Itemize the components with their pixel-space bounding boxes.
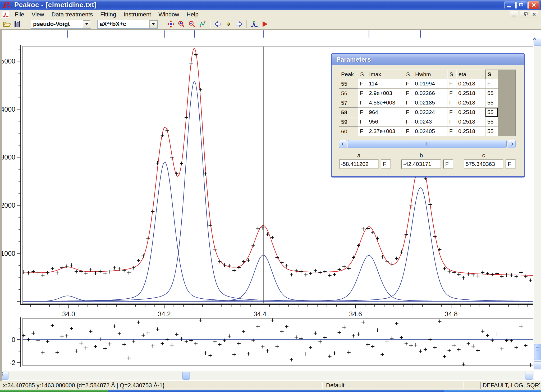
- cell-s1[interactable]: F: [358, 127, 367, 136]
- parameters-panel-titlebar[interactable]: Parameters: [332, 54, 524, 65]
- cell-eta[interactable]: 0.2518: [456, 108, 485, 117]
- background-function-dropdown-button[interactable]: [149, 20, 157, 28]
- scroll-left-button[interactable]: [339, 140, 347, 148]
- parameters-table-scrollbar[interactable]: [339, 139, 516, 148]
- menu-item-data-treatments[interactable]: Data treatments: [48, 11, 97, 19]
- cell-hwhm[interactable]: 0.02266: [413, 89, 447, 98]
- cell-s3[interactable]: F: [447, 98, 456, 108]
- menu-item-fitting[interactable]: Fitting: [97, 11, 120, 19]
- cell-s2[interactable]: F: [404, 79, 413, 89]
- cell-s3[interactable]: F: [447, 89, 456, 98]
- menu-item-file[interactable]: File: [11, 11, 28, 19]
- save-button[interactable]: [13, 20, 22, 28]
- mdi-close-button[interactable]: ×: [530, 11, 538, 18]
- cell-s2[interactable]: F: [404, 108, 413, 117]
- open-file-button[interactable]: [2, 20, 12, 28]
- taskbar-tray-segment[interactable]: [444, 390, 541, 392]
- menu-item-window[interactable]: Window: [155, 11, 183, 19]
- cell-imax[interactable]: 4.58e+003: [367, 98, 404, 108]
- vertical-scrollbar-thumb[interactable]: [534, 344, 541, 360]
- flag-c[interactable]: F: [506, 159, 516, 169]
- cell-s2[interactable]: F: [404, 117, 413, 127]
- field-a[interactable]: -58.411202: [339, 159, 379, 169]
- minimize-button[interactable]: [505, 1, 516, 9]
- previous-peak-button[interactable]: [213, 20, 223, 28]
- cell-peak[interactable]: 55: [339, 79, 358, 89]
- cell-s1[interactable]: F: [358, 108, 367, 117]
- cell-eta[interactable]: 0.2518: [456, 89, 485, 98]
- cell-eta[interactable]: 0.2518: [456, 79, 485, 89]
- column-header-1[interactable]: S: [358, 70, 367, 79]
- cell-s4[interactable]: 55: [485, 127, 498, 136]
- scroll-up-button[interactable]: [534, 38, 541, 46]
- scroll-down-button[interactable]: [534, 361, 541, 369]
- cell-s4[interactable]: 55: [485, 89, 498, 98]
- cell-eta[interactable]: 0.2518: [456, 98, 485, 108]
- cell-hwhm[interactable]: 0.0243: [413, 117, 447, 127]
- flag-a[interactable]: F: [381, 159, 391, 169]
- column-header-5[interactable]: S: [447, 70, 456, 79]
- cell-s4[interactable]: 55: [485, 98, 498, 108]
- column-header-0[interactable]: Peak: [339, 70, 358, 79]
- peak-pick-button[interactable]: [250, 20, 259, 28]
- menu-item-view[interactable]: View: [28, 11, 48, 19]
- cell-s3[interactable]: F: [447, 108, 456, 117]
- cell-s1[interactable]: F: [358, 98, 367, 108]
- flag-b[interactable]: F: [443, 159, 453, 169]
- column-header-3[interactable]: S: [404, 70, 413, 79]
- parameters-row-59[interactable]: 59F956F0.0243F0.251855: [339, 117, 498, 127]
- cell-peak[interactable]: 56: [339, 89, 358, 98]
- cell-s1[interactable]: F: [358, 89, 367, 98]
- menu-item-instrument[interactable]: Instrument: [120, 11, 155, 19]
- column-header-7[interactable]: S: [485, 70, 498, 79]
- taskbar-start-segment[interactable]: [0, 390, 108, 392]
- cell-imax[interactable]: 964: [367, 108, 404, 117]
- cell-imax[interactable]: 2.37e+003: [367, 127, 404, 136]
- cell-imax[interactable]: 956: [367, 117, 404, 127]
- column-header-6[interactable]: eta: [456, 70, 485, 79]
- run-fit-button[interactable]: [260, 20, 270, 28]
- horizontal-scrollbar-thumb[interactable]: [182, 372, 190, 380]
- vertical-scrollbar[interactable]: [534, 38, 541, 370]
- profile-function-dropdown-button[interactable]: [83, 20, 90, 28]
- cell-s1[interactable]: F: [358, 79, 367, 89]
- column-header-2[interactable]: Imax: [367, 70, 404, 79]
- taskbar-main-segment[interactable]: [108, 390, 444, 392]
- scroll-right-button[interactable]: [508, 140, 516, 148]
- cell-eta[interactable]: 0.2518: [456, 117, 485, 127]
- scrollbar-thumb[interactable]: [348, 140, 507, 148]
- horizontal-scrollbar[interactable]: [0, 371, 534, 380]
- cell-peak[interactable]: 60: [339, 127, 358, 136]
- menu-item-help[interactable]: Help: [183, 11, 202, 19]
- cell-hwhm[interactable]: 0.02405: [413, 127, 447, 136]
- column-header-4[interactable]: Hwhm: [413, 70, 447, 79]
- cell-s3[interactable]: F: [447, 127, 456, 136]
- cell-s4[interactable]: F: [485, 79, 498, 89]
- cell-s1[interactable]: F: [358, 117, 367, 127]
- field-c[interactable]: 575.340363: [464, 159, 503, 169]
- cell-eta[interactable]: 0.2518: [456, 127, 485, 136]
- point-mode-button[interactable]: [224, 20, 233, 28]
- cell-peak[interactable]: 57: [339, 98, 358, 108]
- next-peak-button[interactable]: [234, 20, 244, 28]
- scroll-right-button[interactable]: [525, 372, 533, 380]
- cell-imax[interactable]: 114: [367, 79, 404, 89]
- parameters-row-60[interactable]: 60F2.37e+003F0.02405F0.251855: [339, 127, 498, 136]
- cell-s2[interactable]: F: [404, 127, 413, 136]
- parameters-row-55[interactable]: 55F114F0.01994F0.2518F: [339, 79, 498, 89]
- fit-extents-button[interactable]: [166, 20, 176, 28]
- parameters-row-58[interactable]: 58F964F0.02324F0.251855: [339, 108, 498, 117]
- close-button[interactable]: ×: [528, 1, 539, 9]
- scroll-left-button[interactable]: [1, 372, 8, 380]
- mdi-minimize-button[interactable]: [510, 11, 518, 18]
- cell-s4[interactable]: 55: [485, 117, 498, 127]
- parameters-row-56[interactable]: 56F2.9e+003F0.02266F0.251855: [339, 89, 498, 98]
- cell-hwhm[interactable]: 0.01994: [413, 79, 447, 89]
- cell-imax[interactable]: 2.9e+003: [367, 89, 404, 98]
- zoom-out-button[interactable]: [187, 20, 197, 28]
- cell-hwhm[interactable]: 0.02185: [413, 98, 447, 108]
- autoscale-button[interactable]: [198, 20, 207, 28]
- cell-peak[interactable]: 59: [339, 117, 358, 127]
- cell-s4[interactable]: 55: [485, 108, 498, 117]
- zoom-in-button[interactable]: [177, 20, 186, 28]
